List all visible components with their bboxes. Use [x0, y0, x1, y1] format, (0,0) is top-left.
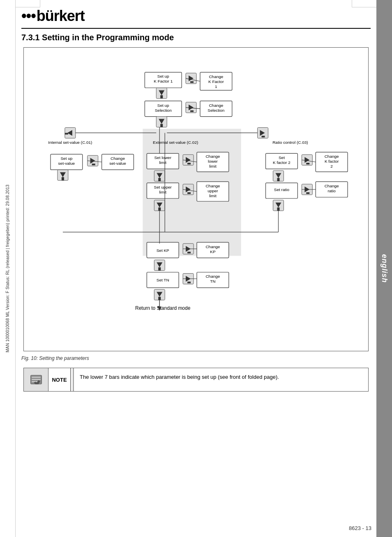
svg-text:Set up: Set up — [157, 103, 169, 108]
svg-rect-19 — [190, 111, 194, 112]
svg-rect-76 — [158, 207, 161, 211]
svg-text:1: 1 — [215, 84, 217, 89]
svg-text:2: 2 — [330, 164, 333, 168]
svg-text:lower: lower — [208, 159, 218, 164]
svg-text:Set KP: Set KP — [157, 248, 169, 253]
svg-text:Selection: Selection — [155, 108, 172, 113]
diagram-container: Set up K Factor 1 Change K Factor 1 Set … — [23, 47, 369, 351]
svg-text:limit: limit — [159, 160, 166, 165]
svg-rect-141 — [32, 377, 41, 378]
svg-text:K Factor 1: K Factor 1 — [154, 79, 173, 83]
logo-area: •••bürkert — [21, 7, 371, 29]
svg-text:Set: Set — [279, 155, 285, 160]
svg-rect-30 — [160, 124, 163, 127]
svg-text:Selection: Selection — [208, 108, 224, 113]
svg-text:Return to Standard mode: Return to Standard mode — [135, 305, 191, 311]
svg-text:TN: TN — [210, 279, 215, 283]
svg-text:Change: Change — [205, 244, 220, 249]
svg-rect-94 — [306, 192, 309, 194]
svg-text:Set TN: Set TN — [157, 278, 169, 282]
svg-rect-50 — [62, 177, 64, 180]
svg-text:K factor 2: K factor 2 — [273, 160, 291, 165]
svg-text:Set up: Set up — [157, 74, 169, 78]
svg-text:Change: Change — [205, 274, 220, 279]
svg-text:Change: Change — [325, 154, 339, 159]
svg-text:Change: Change — [111, 156, 125, 161]
svg-text:limit: limit — [209, 194, 217, 198]
svg-text:limit: limit — [209, 164, 217, 168]
svg-text:set-value: set-value — [58, 161, 75, 166]
svg-text:Set lower: Set lower — [154, 155, 171, 160]
svg-rect-109 — [187, 252, 191, 254]
fig-caption: Fig. 10: Setting the parameters — [21, 355, 371, 361]
svg-text:Set up: Set up — [60, 156, 72, 161]
note-text: The lower 7 bars indicate which paramete… — [73, 368, 368, 391]
svg-rect-143 — [32, 381, 37, 383]
svg-text:Internal set-value (C.01): Internal set-value (C.01) — [48, 140, 92, 145]
svg-text:set-value: set-value — [109, 161, 126, 166]
svg-text:Ratio control (C.03): Ratio control (C.03) — [272, 140, 308, 145]
side-margin-text: MAN 1000010068 ML Version: F Status: RL … — [5, 184, 10, 352]
svg-rect-126 — [158, 297, 161, 300]
svg-rect-6 — [190, 81, 194, 83]
main-content: •••bürkert 7.3.1 Setting in the Programm… — [17, 0, 375, 396]
svg-rect-56 — [187, 163, 191, 164]
svg-text:K factor: K factor — [325, 159, 339, 164]
logo: •••bürkert — [21, 7, 85, 24]
svg-rect-100 — [277, 207, 279, 211]
svg-rect-44 — [92, 164, 95, 165]
diagram-svg: Set up K Factor 1 Change K Factor 1 Set … — [24, 48, 368, 351]
right-sidebar-label: english — [380, 254, 389, 283]
note-label: NOTE — [48, 368, 71, 391]
side-margin: MAN 1000010068 ML Version: F Status: RL … — [0, 0, 16, 537]
svg-rect-142 — [32, 379, 41, 380]
svg-text:Change: Change — [205, 154, 220, 159]
logo-dots: ••• — [21, 7, 36, 25]
section-title: 7.3.1 Setting in the Programming mode — [21, 33, 371, 42]
svg-text:ratio: ratio — [327, 189, 336, 193]
svg-text:upper: upper — [208, 189, 218, 193]
svg-rect-69 — [187, 192, 191, 194]
svg-text:K Factor: K Factor — [208, 79, 224, 84]
svg-rect-27 — [65, 133, 68, 134]
top-border-left — [16, 0, 40, 7]
svg-rect-120 — [187, 281, 191, 283]
top-border-right — [352, 0, 376, 7]
note-icon — [29, 372, 44, 387]
svg-text:limit: limit — [159, 190, 166, 194]
svg-rect-33 — [262, 136, 265, 137]
note-box: NOTE The lower 7 bars indicate which par… — [23, 368, 369, 392]
svg-rect-63 — [158, 178, 161, 181]
page-footer: 8623 - 13 — [349, 525, 371, 531]
right-sidebar: english — [376, 0, 392, 537]
svg-text:Change: Change — [325, 184, 339, 188]
svg-rect-13 — [160, 95, 163, 99]
svg-text:Set ratio: Set ratio — [274, 187, 290, 192]
svg-text:Set upper: Set upper — [154, 185, 172, 189]
svg-rect-89 — [277, 178, 279, 181]
svg-text:Change: Change — [209, 74, 223, 79]
svg-text:Change: Change — [209, 103, 223, 108]
svg-rect-82 — [306, 163, 309, 164]
svg-text:Change: Change — [205, 184, 220, 188]
note-icon-area — [24, 368, 48, 391]
svg-rect-115 — [158, 267, 161, 271]
svg-text:KP: KP — [210, 249, 216, 254]
